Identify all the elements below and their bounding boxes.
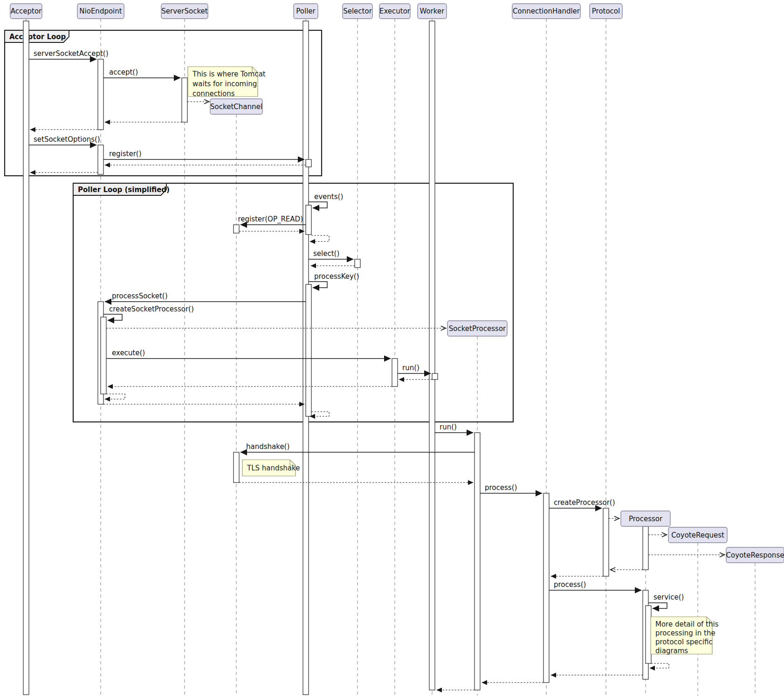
participant-socketchannel: SocketChannel (210, 99, 262, 114)
participant-connectionhandler: ConnectionHandler (512, 4, 580, 19)
activation-socketprocessor (475, 433, 480, 690)
note-line: More detail of this (655, 620, 719, 628)
participant-socketprocessor: SocketProcessor (447, 321, 507, 336)
participant-poller: Poller (294, 4, 318, 19)
return-arrow (650, 663, 669, 668)
frame-label: Poller Loop (simplified) (78, 186, 170, 194)
message-label: createSocketProcessor() (109, 305, 194, 313)
message-label: handshake() (246, 442, 289, 451)
activation-serversocket (182, 78, 187, 122)
participant-label: CoyoteRequest (671, 531, 724, 539)
participant-label: SocketProcessor (449, 324, 506, 333)
activation-processor-create (643, 526, 648, 570)
participant-executor: Executor (379, 4, 411, 19)
message-serversocketaccept: serverSocketAccept() (29, 49, 109, 59)
message-label: process() (554, 580, 586, 589)
note-line: connections (193, 90, 235, 98)
sequence-diagram: Acceptor Loop Poller Loop (simplified) s… (0, 0, 784, 697)
note-protocol-detail: More detail of this processing in the pr… (651, 617, 719, 655)
self-return-service (650, 663, 669, 668)
activation-nioendpoint-createsocketprocessor (101, 317, 106, 394)
participant-coyoterequest: CoyoteRequest (668, 527, 727, 543)
activation-socketchannel-handshake (234, 452, 239, 483)
participant-label: Selector (343, 7, 372, 15)
participant-acceptor: Acceptor (10, 4, 42, 19)
message-label: service() (653, 593, 684, 601)
participant-label: Processor (629, 515, 663, 523)
message-processkey: processKey() (309, 272, 359, 288)
participant-nioendpoint: NioEndpoint (77, 4, 124, 19)
return-arrow (105, 394, 125, 399)
activation-nioendpoint-setsocketoptions (98, 145, 103, 174)
message-label: processKey() (314, 272, 359, 281)
message-process-processor: process() (549, 580, 641, 590)
self-return-createsocketprocessor (105, 394, 125, 399)
message-label: execute() (112, 349, 145, 357)
participant-label: ServerSocket (161, 7, 208, 15)
participant-label: Worker (420, 7, 445, 15)
participant-label: SocketChannel (210, 103, 262, 111)
note-line: waits for incoming (193, 80, 257, 88)
activation-selector (355, 259, 360, 268)
note-line: processing in the (655, 629, 715, 637)
message-label: register(OP_READ) (238, 215, 303, 224)
self-return-processkey (310, 412, 329, 416)
return-arrow (310, 412, 329, 416)
message-label: setSocketOptions() (34, 135, 100, 144)
message-accept: accept() (103, 68, 180, 78)
message-register: register() (103, 150, 304, 159)
message-register-opread: register(OP_READ) (238, 215, 306, 231)
participant-label: Protocol (592, 7, 620, 15)
message-select: select() (309, 249, 355, 266)
participant-label: NioEndpoint (79, 7, 122, 15)
activation-nioendpoint-accept (98, 59, 103, 130)
activation-acceptor-main (23, 21, 29, 695)
message-run-worker: run() (398, 364, 432, 380)
message-label: run() (440, 423, 457, 431)
participant-label: ConnectionHandler (513, 7, 580, 15)
participant-selector: Selector (343, 4, 372, 19)
note-line: TLS handshake (247, 464, 300, 472)
participant-label: Executor (379, 7, 411, 15)
message-createsocketprocessor: createSocketProcessor() (103, 305, 194, 320)
message-label: run() (402, 364, 420, 372)
participant-headers: Acceptor NioEndpoint ServerSocket Poller… (10, 4, 622, 19)
message-label: createProcessor() (554, 498, 615, 507)
activation-socketchannel-register (234, 225, 239, 233)
participant-serversocket: ServerSocket (161, 4, 208, 19)
return-arrow (310, 235, 329, 242)
message-label: processSocket() (112, 292, 168, 300)
message-createprocessor: createProcessor() (549, 498, 615, 508)
note-tomcat-waits: This is where Tomcat waits for incoming … (188, 67, 266, 98)
activation-poller-events (306, 205, 311, 235)
self-return-events (310, 235, 329, 242)
activation-worker-main (429, 21, 435, 690)
message-processsocket: processSocket() (105, 292, 306, 302)
activation-protocol (603, 508, 609, 576)
activation-worker-run (432, 373, 438, 380)
diagram-canvas: Acceptor Loop Poller Loop (simplified) s… (0, 0, 784, 697)
message-label: events() (314, 193, 343, 201)
activation-poller-register (306, 159, 311, 167)
message-label: process() (485, 483, 517, 492)
activation-processor-service (646, 606, 651, 663)
participant-label: CoyoteResponse (726, 551, 784, 559)
activation-connectionhandler (543, 493, 549, 683)
message-execute: execute() (106, 349, 391, 359)
participant-protocol: Protocol (590, 4, 622, 19)
message-label: accept() (109, 68, 138, 76)
message-label: serverSocketAccept() (34, 49, 109, 58)
note-tls-handshake: TLS handshake (242, 460, 300, 476)
note-line: diagrams (655, 647, 688, 655)
message-run-socketprocessor: run() (435, 423, 473, 433)
participant-processor: Processor (621, 511, 670, 526)
message-service: service() (648, 593, 684, 608)
note-line: This is where Tomcat (192, 70, 266, 78)
note-line: protocol specific (655, 638, 713, 646)
activation-poller-processkey (306, 284, 311, 416)
message-process-connectionhandler: process() (480, 483, 542, 493)
message-label: select() (313, 249, 339, 258)
message-setsocketoptions: setSocketOptions() (29, 135, 100, 145)
message-label: register() (109, 150, 142, 158)
frame-label: Acceptor Loop (9, 33, 66, 41)
